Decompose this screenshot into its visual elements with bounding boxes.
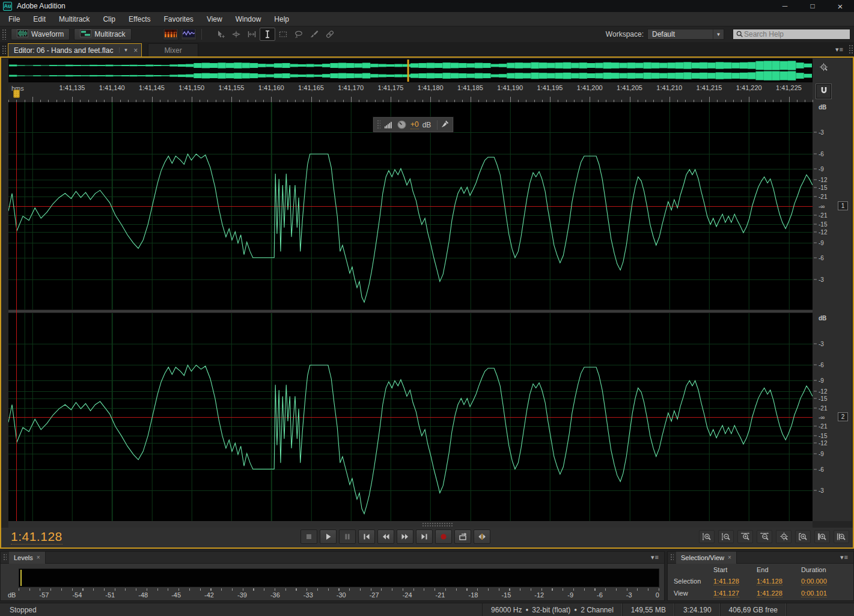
tab-editor[interactable]: Editor: 06 - Hands and feet.flac ▼ × [8,43,142,56]
view-duration-value[interactable]: 0:00.101 [801,590,827,597]
chevron-down-icon: ▼ [713,29,724,39]
levels-scale-label: -24 [403,591,412,599]
waveform-display-button[interactable] [181,28,197,40]
panel-menu-icon[interactable]: ▾≡ [646,553,664,561]
volume-hud[interactable]: +0 dB [373,117,454,133]
loop-playback-button[interactable] [454,529,471,544]
marquee-selection-tool[interactable] [275,28,291,41]
selection-view-tab-label: Selection/View [681,554,724,561]
close-button[interactable]: × [826,0,854,12]
paintbrush-selection-tool[interactable] [307,28,322,41]
spot-healing-brush-tool[interactable] [322,28,338,41]
levels-scale-label: -3 [626,591,632,599]
overview-strip[interactable] [8,59,813,82]
menu-item-effects[interactable]: Effects [129,15,150,23]
zoom-in-time-button[interactable] [737,530,753,543]
rewind-button[interactable] [377,529,394,544]
search-help-box[interactable] [733,29,850,40]
slip-tool[interactable] [228,28,244,41]
timeline-ruler[interactable]: hms 1:41,1351:41,1401:41,1451:41,1501:41… [8,82,813,102]
selection-end-value[interactable]: 1:41.128 [757,578,782,585]
current-time-display[interactable]: 1:41.128 [11,529,63,544]
levels-panel-grip[interactable] [3,553,7,561]
column-header-end: End [757,566,801,573]
file-duration: 3:24.190 [674,603,720,616]
fast-forward-button[interactable] [397,529,413,544]
levels-panel: Levels × ▾≡ dB-57-54-51-48-45-42-39-36-3… [0,551,665,601]
waveform-channel-2[interactable] [8,313,813,521]
close-icon[interactable]: × [133,46,138,55]
stop-button[interactable] [300,529,317,544]
selection-duration-value[interactable]: 0:00.000 [801,578,827,585]
level-meter [19,569,659,587]
menu-item-help[interactable]: Help [274,15,289,23]
channel-badge[interactable]: 1 [838,201,848,210]
pin-icon[interactable] [441,120,450,130]
column-header-duration: Duration [801,566,849,573]
panel-menu-icon[interactable]: ▾≡ [831,46,849,53]
zoom-to-selection-button[interactable] [834,530,849,543]
maximize-button[interactable]: □ [799,0,826,12]
splitter-grip[interactable] [422,522,453,526]
skip-selection-button[interactable] [474,529,490,544]
menu-item-clip[interactable]: Clip [103,15,115,23]
waveform-view-button[interactable]: Waveform [11,28,70,40]
playhead-handle[interactable] [13,90,20,98]
minimize-button[interactable]: ─ [771,0,799,12]
workspace-dropdown[interactable]: Default ▼ [647,29,724,40]
time-shift-tool[interactable] [244,28,260,41]
channel-badge[interactable]: 2 [838,412,848,421]
tabbar-grip[interactable] [2,45,6,55]
tabbar-grip-right[interactable] [849,44,853,54]
spectral-frequency-display-button[interactable] [163,28,178,40]
menu-item-edit[interactable]: Edit [33,15,46,23]
play-button[interactable] [320,529,337,544]
editor-splitter[interactable] [8,521,813,528]
move-tool[interactable] [213,28,228,41]
zoom-out-time-button[interactable] [757,530,772,543]
zoom-to-in-point-button[interactable] [795,530,811,543]
view-start-value[interactable]: 1:41.127 [713,590,739,597]
zoom-in-amplitude-button[interactable] [699,530,715,543]
menu-item-view[interactable]: View [207,15,222,23]
panel-menu-icon[interactable]: ▾≡ [835,553,853,561]
waveform-channel-1[interactable] [8,102,813,310]
zoom-out-amplitude-button[interactable] [718,530,734,543]
tab-mixer[interactable]: Mixer [148,43,198,56]
time-selection-tool[interactable] [260,28,275,41]
search-help-input[interactable] [744,30,847,38]
display-buttons [160,28,197,40]
editor-tab-label: Editor: 06 - Hands and feet.flac [14,46,113,55]
zoom-out-full-button[interactable] [776,530,791,543]
hud-grip[interactable] [377,120,380,130]
pause-button[interactable] [339,529,356,544]
gain-knob-icon[interactable] [397,120,407,130]
selection-start-value[interactable]: 1:41.128 [713,578,739,585]
ruler-time-label: 1:41,205 [617,84,642,91]
tab-levels[interactable]: Levels × [9,552,46,564]
zoom-navigate-icon[interactable] [819,63,828,74]
skip-to-previous-button[interactable] [358,529,375,544]
selview-panel-grip[interactable] [670,553,674,561]
levels-scale-label: -57 [39,591,49,599]
multitrack-mode-icon [80,29,91,39]
chevron-down-icon[interactable]: ▼ [119,47,128,53]
snap-toggle-button[interactable] [816,84,831,99]
tab-selection-view[interactable]: Selection/View × [676,552,737,564]
levels-scale-label: -54 [72,591,82,599]
zoom-to-out-point-button[interactable] [814,530,830,543]
view-end-value[interactable]: 1:41.228 [757,590,782,597]
menu-item-multitrack[interactable]: Multitrack [59,15,90,23]
menu-item-window[interactable]: Window [236,15,261,23]
lasso-selection-tool[interactable] [291,28,307,41]
current-time-indicator[interactable] [16,102,17,521]
menu-item-file[interactable]: File [8,15,20,23]
multitrack-view-button[interactable]: Multitrack [74,28,131,40]
close-icon[interactable]: × [728,554,731,561]
gain-value[interactable]: +0 [410,120,419,129]
menu-item-favorites[interactable]: Favorites [164,15,194,23]
skip-to-next-button[interactable] [416,529,433,544]
record-button[interactable] [435,529,452,544]
toolbar-grip[interactable] [2,29,7,40]
close-icon[interactable]: × [37,554,40,561]
